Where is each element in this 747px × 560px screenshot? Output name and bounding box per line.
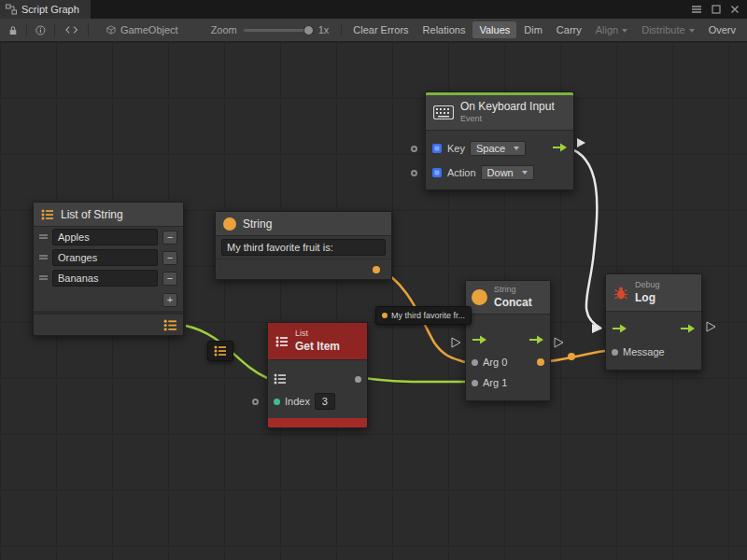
value-dot-icon (382, 313, 388, 318)
caret-down-icon (622, 29, 627, 33)
error-bar (268, 418, 367, 427)
flow-arrowhead (577, 138, 585, 147)
result-output-port[interactable] (537, 358, 544, 366)
wire-concat-to-log[interactable] (549, 351, 605, 361)
wire-getitem-to-concat[interactable] (364, 378, 465, 382)
node-subtitle: Event (460, 114, 555, 124)
remove-item-button[interactable]: − (162, 251, 177, 265)
flow-output-port[interactable] (529, 335, 544, 346)
index-field[interactable]: 3 (315, 393, 335, 410)
node-category: Debug (635, 280, 660, 290)
node-concat[interactable]: String Concat Arg 0 Arg 1 (465, 280, 551, 401)
caret-down-icon (514, 147, 519, 150)
node-category: List (295, 329, 340, 339)
node-category: String (494, 285, 532, 295)
overview-button[interactable]: Overv (702, 21, 742, 38)
align-dropdown[interactable]: Align (589, 21, 634, 38)
node-title: Concat (494, 296, 532, 310)
list-item-field[interactable]: Apples (52, 229, 158, 245)
key-input-port[interactable] (411, 146, 417, 152)
flow-input-port[interactable] (612, 324, 627, 335)
key-dropdown[interactable]: Space (470, 141, 526, 156)
node-log[interactable]: Debug Log Message (605, 273, 702, 371)
dim-button[interactable]: Dim (517, 21, 549, 38)
string-type-icon (223, 217, 236, 231)
relation-triangle (555, 338, 563, 347)
item-output-port[interactable] (355, 376, 361, 383)
index-external-port[interactable] (252, 399, 259, 405)
tab-script-graph[interactable]: Script Graph (0, 0, 91, 19)
clear-errors-button[interactable]: Clear Errors (346, 21, 415, 38)
zoom-label: Zoom (211, 24, 237, 35)
caret-down-icon (689, 29, 695, 33)
zoom-value: 1x (318, 24, 330, 35)
script-graph-icon (6, 4, 17, 15)
toolbar-separator (88, 23, 89, 36)
node-get-item[interactable]: List Get Item Index 3 (267, 322, 368, 428)
action-input-port[interactable] (411, 170, 417, 176)
remove-item-button[interactable]: − (162, 272, 177, 286)
message-input-port[interactable] (612, 349, 618, 356)
keyboard-icon (433, 105, 454, 119)
string-value-badge: My third favorite fr... (375, 306, 472, 325)
carry-button[interactable]: Carry (550, 21, 588, 38)
list-icon (41, 209, 54, 220)
flow-arrowhead (592, 324, 602, 333)
flow-output-port[interactable] (680, 324, 696, 335)
list-value-badge (207, 341, 233, 361)
toolbar-separator (26, 23, 27, 36)
distribute-dropdown[interactable]: Distribute (635, 21, 700, 38)
string-value-field[interactable]: My third favorite fruit is: (221, 239, 386, 256)
node-on-keyboard-input[interactable]: On Keyboard Input Event Key Space (425, 91, 574, 190)
caret-down-icon (522, 171, 528, 175)
lock-icon[interactable] (8, 24, 18, 36)
relation-triangle (707, 322, 715, 331)
node-title: String (243, 217, 272, 231)
node-string-literal[interactable]: String My third favorite fruit is: (215, 211, 392, 280)
list-icon (275, 336, 289, 347)
string-output-port[interactable] (373, 266, 380, 273)
info-icon[interactable] (35, 24, 46, 36)
relations-button[interactable]: Relations (416, 21, 472, 38)
action-dropdown[interactable]: Down (481, 165, 534, 180)
graph-toolbar: GameObject Zoom 1x Clear Errors Relation… (0, 19, 747, 42)
code-icon[interactable] (65, 25, 78, 35)
node-list-of-string[interactable]: List of String Apples − Oranges − Banana… (33, 202, 184, 336)
node-title: Log (635, 291, 660, 305)
gameobject-label[interactable]: GameObject (120, 24, 178, 35)
arg0-input-port[interactable] (472, 359, 478, 366)
drag-handle-icon[interactable] (39, 275, 48, 281)
flow-input-port[interactable] (472, 335, 487, 346)
graph-canvas[interactable]: List of String Apples − Oranges − Banana… (0, 42, 747, 560)
values-button[interactable]: Values (472, 21, 516, 38)
close-icon[interactable] (730, 5, 740, 14)
list-item-field[interactable]: Oranges (52, 249, 158, 266)
flow-output-port[interactable] (552, 143, 568, 154)
drag-handle-icon[interactable] (39, 234, 48, 240)
remove-item-button[interactable]: − (162, 231, 177, 245)
arg1-input-port[interactable] (472, 380, 478, 386)
add-item-button[interactable]: + (162, 293, 177, 307)
string-preview-text: My third favorite fr... (391, 311, 465, 320)
value-dot (568, 353, 575, 360)
key-label: Key (447, 143, 465, 154)
string-type-icon (472, 289, 487, 305)
maximize-icon[interactable] (712, 5, 721, 14)
list-icon (214, 345, 227, 357)
list-input-port[interactable] (274, 373, 287, 385)
list-output-port[interactable] (163, 319, 177, 331)
node-title: On Keyboard Input (460, 100, 555, 114)
zoom-slider[interactable] (244, 29, 312, 32)
tab-title: Script Graph (21, 4, 79, 15)
menu-icon[interactable] (691, 5, 702, 14)
index-input-port[interactable] (274, 399, 280, 405)
zoom-slider-handle[interactable] (303, 25, 314, 35)
relation-triangle (452, 338, 460, 347)
drag-handle-icon[interactable] (39, 255, 48, 260)
list-item-field[interactable]: Bananas (52, 270, 158, 287)
arg0-label: Arg 0 (483, 357, 507, 368)
toolbar-separator (54, 23, 55, 36)
node-title: List of String (61, 208, 123, 221)
window-titlebar: Script Graph (0, 0, 747, 19)
arg1-label: Arg 1 (483, 377, 507, 388)
